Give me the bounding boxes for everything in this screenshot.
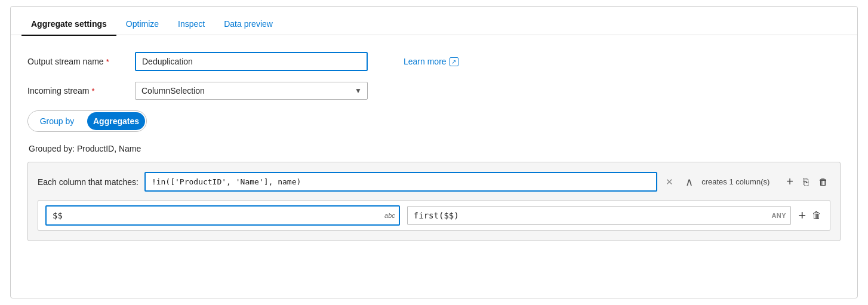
rule-actions: + ⎘ 🗑 [784, 174, 830, 190]
clear-icon: ✕ [666, 177, 673, 187]
trash-icon: 🗑 [818, 177, 828, 187]
incoming-stream-select[interactable]: ColumnSelection [135, 82, 368, 100]
column-expression-input[interactable] [407, 206, 791, 225]
col-expr-wrapper: ANY [407, 206, 791, 225]
add-rule-button[interactable]: + [784, 174, 796, 190]
incoming-stream-label: Incoming stream * [27, 86, 135, 95]
collapse-rule-button[interactable]: ∧ [683, 175, 695, 189]
col-row-actions: + 🗑 [798, 209, 823, 222]
incoming-stream-required: * [91, 87, 94, 95]
column-row: abc ANY + 🗑 [38, 200, 830, 231]
incoming-stream-select-wrapper: ColumnSelection ▼ [135, 82, 368, 100]
main-content: Output stream name * Learn more ↗ Incomi… [11, 35, 857, 253]
delete-rule-button[interactable]: 🗑 [816, 175, 830, 189]
plus-icon-small: + [798, 208, 806, 223]
add-column-button[interactable]: + [798, 209, 806, 222]
output-stream-row: Output stream name * Learn more ↗ [27, 52, 841, 71]
rule-header: Each column that matches: ✕ ∧ creates 1 … [38, 172, 830, 192]
each-column-label: Each column that matches: [38, 177, 138, 187]
rule-expression-input[interactable] [144, 172, 657, 192]
grouped-by-label: Grouped by: ProductID, Name [29, 144, 841, 153]
copy-rule-button[interactable]: ⎘ [801, 175, 811, 189]
group-by-toggle[interactable]: Group by [28, 111, 86, 131]
aggregates-toggle[interactable]: Aggregates [87, 112, 145, 130]
main-panel: Aggregate settings Optimize Inspect Data… [10, 6, 858, 298]
trash-small-icon: 🗑 [812, 210, 821, 220]
toggle-group: Group by Aggregates [27, 110, 147, 132]
tab-inspect[interactable]: Inspect [168, 12, 214, 36]
plus-icon: + [786, 175, 793, 189]
chevron-up-icon: ∧ [685, 175, 693, 189]
column-name-input[interactable] [45, 205, 400, 226]
output-stream-input[interactable] [135, 52, 368, 71]
output-stream-label: Output stream name * [27, 57, 135, 66]
rule-section: Each column that matches: ✕ ∧ creates 1 … [27, 162, 841, 241]
tab-bar: Aggregate settings Optimize Inspect Data… [11, 7, 857, 35]
learn-more-link[interactable]: Learn more ↗ [404, 57, 458, 66]
tab-data-preview[interactable]: Data preview [214, 12, 282, 36]
external-link-icon: ↗ [450, 57, 458, 66]
incoming-stream-row: Incoming stream * ColumnSelection ▼ [27, 82, 841, 100]
clear-expression-button[interactable]: ✕ [663, 177, 676, 187]
output-stream-required: * [106, 57, 109, 66]
copy-icon: ⎘ [803, 177, 809, 187]
tab-optimize[interactable]: Optimize [116, 12, 168, 36]
delete-column-button[interactable]: 🗑 [811, 210, 823, 221]
tab-aggregate-settings[interactable]: Aggregate settings [21, 12, 116, 36]
col-name-wrapper: abc [45, 205, 400, 226]
creates-label: creates 1 column(s) [701, 177, 769, 186]
